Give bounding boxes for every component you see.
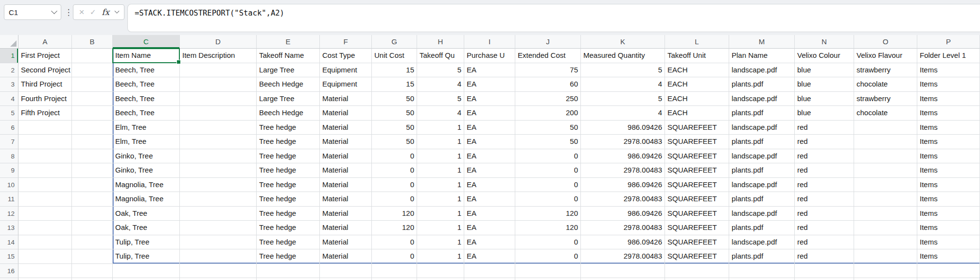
cell-J1[interactable]: Extended Cost <box>515 49 581 63</box>
cell-D13[interactable] <box>180 221 257 235</box>
cell-P9[interactable]: Items <box>917 163 980 178</box>
column-header-J[interactable]: J <box>515 35 581 49</box>
cell-B12[interactable] <box>72 207 113 221</box>
cell-H1[interactable]: Takeoff Qu <box>417 49 464 63</box>
cell-G17[interactable] <box>372 278 417 280</box>
cell-J15[interactable]: 0 <box>515 249 581 264</box>
cell-G3[interactable]: 15 <box>372 77 417 92</box>
cell-G15[interactable]: 0 <box>372 249 417 264</box>
cell-M14[interactable]: landscape.pdf <box>729 235 795 250</box>
cell-J10[interactable]: 0 <box>515 178 581 192</box>
cell-J11[interactable]: 0 <box>515 192 581 207</box>
cell-B2[interactable] <box>72 63 113 78</box>
cell-P10[interactable]: Items <box>917 178 980 192</box>
cell-G1[interactable]: Unit Cost <box>372 49 417 63</box>
cell-F10[interactable]: Material <box>320 178 372 192</box>
cell-F15[interactable]: Material <box>320 249 372 264</box>
cell-L10[interactable]: SQUAREFEET <box>665 178 729 192</box>
cell-B6[interactable] <box>72 121 113 135</box>
cell-C2[interactable]: Beech, Tree <box>113 63 180 78</box>
cell-M16[interactable] <box>729 264 795 279</box>
cell-A2[interactable]: Second Project <box>18 63 72 78</box>
cell-L3[interactable]: EACH <box>665 77 729 92</box>
cell-N7[interactable]: red <box>795 135 854 149</box>
cell-L8[interactable]: SQUAREFEET <box>665 149 729 164</box>
cell-L17[interactable] <box>665 278 729 280</box>
cell-C15[interactable]: Tulip, Tree <box>113 249 180 264</box>
cell-K8[interactable]: 986.09426 <box>581 149 665 164</box>
cell-E12[interactable]: Tree hedge <box>257 207 320 221</box>
cell-G4[interactable]: 50 <box>372 92 417 106</box>
column-header-F[interactable]: F <box>320 35 372 49</box>
cell-K3[interactable]: 4 <box>581 77 665 92</box>
cell-M17[interactable] <box>729 278 795 280</box>
cell-G16[interactable] <box>372 264 417 279</box>
cell-I13[interactable]: EA <box>464 221 515 235</box>
cell-I10[interactable]: EA <box>464 178 515 192</box>
cell-F7[interactable]: Material <box>320 135 372 149</box>
column-header-B[interactable]: B <box>72 35 113 49</box>
cell-K6[interactable]: 986.09426 <box>581 121 665 135</box>
cell-D2[interactable] <box>180 63 257 78</box>
cell-H15[interactable]: 1 <box>417 249 464 264</box>
cell-E9[interactable]: Tree hedge <box>257 163 320 178</box>
cell-E5[interactable]: Beech Hedge <box>257 106 320 121</box>
cell-B14[interactable] <box>72 235 113 250</box>
cell-N17[interactable] <box>795 278 854 280</box>
column-header-O[interactable]: O <box>854 35 917 49</box>
cell-P14[interactable]: Items <box>917 235 980 250</box>
cell-L15[interactable]: SQUAREFEET <box>665 249 729 264</box>
cell-M10[interactable]: landscape.pdf <box>729 178 795 192</box>
cell-N9[interactable]: red <box>795 163 854 178</box>
cell-L7[interactable]: SQUAREFEET <box>665 135 729 149</box>
row-header-5[interactable]: 5 <box>0 106 18 121</box>
cell-N10[interactable]: red <box>795 178 854 192</box>
cell-H10[interactable]: 1 <box>417 178 464 192</box>
cell-N16[interactable] <box>795 264 854 279</box>
cell-C1[interactable]: Item Name <box>113 49 180 63</box>
cell-G2[interactable]: 15 <box>372 63 417 78</box>
cell-L11[interactable]: SQUAREFEET <box>665 192 729 207</box>
cell-M8[interactable]: landscape.pdf <box>729 149 795 164</box>
cell-M12[interactable]: landscape.pdf <box>729 207 795 221</box>
cell-N6[interactable]: red <box>795 121 854 135</box>
select-all-corner[interactable] <box>0 35 18 49</box>
cell-D10[interactable] <box>180 178 257 192</box>
cell-K7[interactable]: 2978.00483 <box>581 135 665 149</box>
cell-F5[interactable]: Material <box>320 106 372 121</box>
cell-I15[interactable]: EA <box>464 249 515 264</box>
column-header-E[interactable]: E <box>257 35 320 49</box>
cell-B8[interactable] <box>72 149 113 164</box>
cell-K5[interactable]: 4 <box>581 106 665 121</box>
cell-J14[interactable]: 0 <box>515 235 581 250</box>
cell-P1[interactable]: Folder Level 1 <box>917 49 980 63</box>
cell-D16[interactable] <box>180 264 257 279</box>
cell-A6[interactable] <box>18 121 72 135</box>
column-header-G[interactable]: G <box>372 35 417 49</box>
cell-J13[interactable]: 120 <box>515 221 581 235</box>
row-header-13[interactable]: 13 <box>0 221 18 235</box>
cell-E6[interactable]: Tree hedge <box>257 121 320 135</box>
cell-F17[interactable] <box>320 278 372 280</box>
cell-M5[interactable]: plants.pdf <box>729 106 795 121</box>
row-header-15[interactable]: 15 <box>0 249 18 264</box>
cell-P5[interactable]: Items <box>917 106 980 121</box>
cell-F9[interactable]: Material <box>320 163 372 178</box>
row-header-9[interactable]: 9 <box>0 163 18 178</box>
cell-B13[interactable] <box>72 221 113 235</box>
cell-N4[interactable]: blue <box>795 92 854 106</box>
cell-F6[interactable]: Material <box>320 121 372 135</box>
cell-I14[interactable]: EA <box>464 235 515 250</box>
cell-L2[interactable]: EACH <box>665 63 729 78</box>
cell-B11[interactable] <box>72 192 113 207</box>
insert-function-icon[interactable]: fx <box>102 7 109 17</box>
cell-O3[interactable]: chocolate <box>854 77 917 92</box>
cell-K2[interactable]: 5 <box>581 63 665 78</box>
cell-B3[interactable] <box>72 77 113 92</box>
row-header-10[interactable]: 10 <box>0 178 18 192</box>
name-box[interactable]: C1 <box>4 4 61 20</box>
cell-E13[interactable]: Tree hedge <box>257 221 320 235</box>
cell-O1[interactable]: Velixo Flavour <box>854 49 917 63</box>
cell-H3[interactable]: 4 <box>417 77 464 92</box>
column-header-N[interactable]: N <box>795 35 854 49</box>
